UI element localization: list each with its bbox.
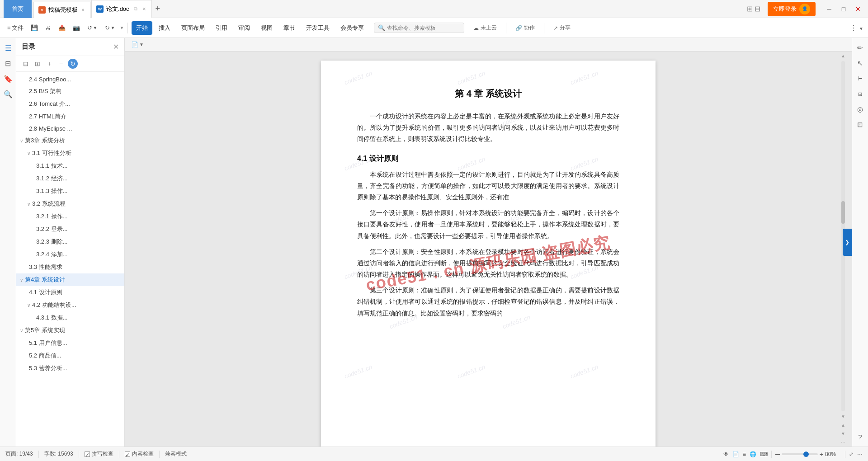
toc-item-s322[interactable]: 3.2.2 登录...	[16, 223, 124, 235]
right-cursor-icon[interactable]: ↖	[854, 57, 867, 70]
export-btn[interactable]: 📤	[56, 23, 68, 33]
doc-tab-close[interactable]: ×	[142, 5, 147, 13]
toc-view-icon[interactable]: ☰	[2, 42, 14, 54]
redo-btn[interactable]: ↻ ▼	[102, 23, 118, 33]
tab-template[interactable]: V 找稿壳模板 ×	[33, 2, 90, 18]
spell-check-item[interactable]: ✓ 拼写检查	[85, 450, 113, 458]
toc-item-s312[interactable]: 3.1.2 经济...	[16, 172, 124, 185]
scroll-more-btn[interactable]: ⋯	[839, 438, 847, 447]
tab-home[interactable]: 首页	[4, 0, 32, 18]
zoom-out-btn[interactable]: ─	[775, 451, 780, 458]
restore-icon[interactable]: ⧉	[134, 6, 137, 12]
toc-item-s321[interactable]: 3.2.1 操作...	[16, 210, 124, 223]
toc-item-s324[interactable]: 3.2.4 添加...	[16, 248, 124, 261]
bookmark-view-icon[interactable]: 🔖	[2, 72, 14, 85]
doc-scroll-area[interactable]: code51.cn code51.cn code51.cn code51.cn …	[125, 52, 852, 447]
toc-item-s28[interactable]: 2.8 MyEclipse ...	[16, 123, 124, 134]
content-check-item[interactable]: ✓ 内容检查	[125, 450, 154, 458]
toc-item-s51[interactable]: 5.1 用户信息...	[16, 337, 124, 349]
outline-view-icon[interactable]: ⊟	[2, 57, 14, 70]
zoom-thumb[interactable]	[803, 452, 809, 457]
undo-btn[interactable]: ↺ ▼	[85, 23, 100, 33]
toc-item-s311[interactable]: 3.1.1 技术...	[16, 160, 124, 172]
view-outline-icon[interactable]: ≡	[743, 451, 746, 457]
menu-chapter[interactable]: 章节	[279, 21, 300, 35]
toc-refresh[interactable]: ↻	[68, 59, 78, 69]
fullscreen-btn[interactable]: ⤢	[849, 451, 854, 457]
scroll-up-btn[interactable]: ▲	[839, 52, 847, 60]
tab-doc[interactable]: W 论文.doc ⧉ ×	[91, 0, 152, 18]
collab-btn[interactable]: 🔗 协作	[512, 23, 538, 33]
history-arrow[interactable]: ▼	[119, 25, 124, 30]
add-tab-button[interactable]: +	[152, 4, 164, 14]
toc-group-header-ch4[interactable]: ∨第4章 系统设计	[16, 273, 124, 286]
doc-file-icon[interactable]: 📄 ▼	[128, 40, 146, 49]
right-image-icon[interactable]: ⊞	[854, 88, 867, 100]
toc-item-s323[interactable]: 3.2.3 删除...	[16, 235, 124, 248]
toc-item-s41[interactable]: 4.1 设计原则	[16, 286, 124, 299]
toc-item-s313[interactable]: 3.1.3 操作...	[16, 185, 124, 198]
toc-item-s52[interactable]: 5.2 商品信...	[16, 349, 124, 362]
scroll-down-btn[interactable]: ▼	[839, 412, 847, 421]
file-menu-btn[interactable]: ≡ 文件	[5, 22, 26, 34]
toolbar-more-btn[interactable]: ⋮ ▼	[850, 24, 863, 32]
close-button[interactable]: ✕	[852, 3, 864, 15]
toc-group-header-s32[interactable]: ∨3.2 系统流程	[16, 198, 124, 210]
zoom-in-btn[interactable]: +	[820, 451, 823, 458]
view-page-icon[interactable]: 📄	[732, 451, 739, 457]
menu-review[interactable]: 审阅	[234, 21, 255, 35]
right-location-icon[interactable]: ◎	[854, 103, 867, 116]
menu-view[interactable]: 视图	[256, 21, 277, 35]
cloud-label: 未上云	[481, 24, 497, 32]
menu-layout[interactable]: 页面布局	[177, 21, 209, 35]
right-edit-icon[interactable]: ✏	[854, 42, 867, 54]
menu-start[interactable]: 开始	[132, 21, 152, 35]
sidebar-close-btn[interactable]: ✕	[113, 42, 119, 51]
share-btn[interactable]: ↗ 分享	[550, 23, 574, 33]
toc-item-s25[interactable]: 2.5 B/S 架构	[16, 85, 124, 98]
layout-icon-1[interactable]: ⊞	[747, 5, 753, 13]
scroll-down2-btn[interactable]: ▼	[839, 429, 847, 438]
toc-group-header-ch3[interactable]: ∨第3章 系统分析	[16, 134, 124, 147]
search-view-icon[interactable]: 🔍	[2, 88, 14, 100]
toc-item-s53[interactable]: 5.3 营养分析...	[16, 362, 124, 375]
view-read-icon[interactable]: 👁	[723, 451, 729, 457]
right-grid-icon[interactable]: ⊡	[854, 118, 867, 131]
scan-btn[interactable]: 📷	[70, 23, 83, 33]
toc-item-s27[interactable]: 2.7 HTML简介	[16, 110, 124, 123]
toc-remove[interactable]: −	[56, 59, 66, 69]
doc-s41-intro: 本系统在设计过程中需要依照一定的设计原则进行，目的就是为了让开发的系统具备高质量…	[357, 169, 619, 203]
minimize-button[interactable]: ─	[823, 3, 835, 15]
menu-reference[interactable]: 引用	[211, 21, 232, 35]
cloud-btn[interactable]: ☁ 未上云	[470, 23, 500, 33]
login-button[interactable]: 立即登录 👤	[768, 2, 816, 16]
view-web-icon[interactable]: 🌐	[750, 451, 756, 457]
view-code-icon[interactable]: ⌨	[760, 451, 768, 457]
print-btn[interactable]: 🖨	[42, 23, 54, 33]
save-btn[interactable]: 💾	[28, 23, 41, 33]
restore-button[interactable]: □	[837, 3, 850, 15]
search-toolbar-input[interactable]	[387, 25, 459, 31]
menu-vip[interactable]: 会员专享	[336, 21, 368, 35]
zoom-slider[interactable]	[782, 453, 818, 455]
toc-group-header-ch5[interactable]: ∨第5章 系统实现	[16, 324, 124, 337]
toc-item-s24[interactable]: 2.4 SpringBoo...	[16, 74, 124, 85]
template-tab-close[interactable]: ×	[80, 6, 85, 14]
toc-group-header-s42[interactable]: ∨4.2 功能结构设...	[16, 299, 124, 311]
scroll-up2-btn[interactable]: ▲	[839, 421, 847, 429]
right-help-icon[interactable]: ?	[854, 430, 867, 443]
float-expand-btn[interactable]: ❯	[843, 229, 852, 256]
toc-collapse-all[interactable]: ⊟	[21, 59, 31, 69]
toc-group-header-s31[interactable]: ∨3.1 可行性分析	[16, 147, 124, 160]
toc-expand-all[interactable]: ⊞	[33, 59, 42, 69]
toc-add[interactable]: +	[44, 59, 54, 69]
menu-devtools[interactable]: 开发工具	[302, 21, 334, 35]
toc-item-s33[interactable]: 3.3 性能需求	[16, 261, 124, 273]
more-options-btn[interactable]: ⋯	[857, 451, 863, 457]
menu-insert[interactable]: 插入	[154, 21, 175, 35]
toolbar-search-box[interactable]: 🔍	[374, 23, 464, 33]
toc-item-s26[interactable]: 2.6 Tomcat 介...	[16, 98, 124, 110]
layout-icon-2[interactable]: ⊟	[755, 5, 760, 13]
right-ruler-icon[interactable]: ⊢	[854, 72, 867, 85]
toc-item-s431[interactable]: 4.3.1 数据...	[16, 311, 124, 324]
